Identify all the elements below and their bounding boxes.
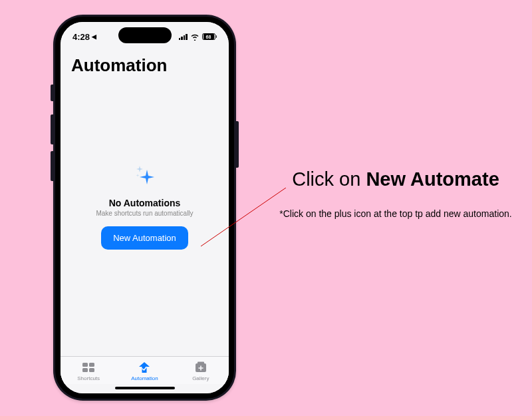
- sparkle-icon: [131, 162, 159, 190]
- svg-line-8: [201, 188, 286, 246]
- tab-shortcuts[interactable]: Shortcuts: [61, 361, 116, 381]
- instruction-bold: New Automate: [366, 168, 499, 190]
- svg-rect-1: [89, 363, 94, 367]
- cellular-signal-icon: [179, 33, 188, 40]
- home-indicator: [115, 387, 175, 389]
- tab-gallery-label: Gallery: [192, 375, 209, 381]
- dynamic-island: [118, 27, 172, 43]
- volume-up-button: [51, 114, 53, 144]
- power-button: [236, 121, 239, 168]
- status-left: 4:28 ◀: [72, 32, 96, 42]
- instruction-prefix: Click on: [292, 168, 366, 190]
- instruction-title: Click on New Automate: [279, 166, 512, 192]
- wifi-icon: [190, 33, 200, 41]
- volume-down-button: [51, 151, 53, 181]
- automation-icon: [137, 361, 152, 374]
- svg-rect-2: [82, 368, 88, 372]
- callout-line: [200, 188, 286, 248]
- instruction-panel: Click on New Automate *Click on the plus…: [279, 166, 512, 220]
- instruction-note: *Click on the plus icon at the top tp ad…: [279, 207, 512, 220]
- mute-switch: [51, 85, 53, 101]
- svg-rect-3: [89, 368, 94, 372]
- battery-icon: 68: [202, 33, 217, 40]
- page-title: Automation: [61, 46, 229, 81]
- gallery-icon: [194, 361, 208, 374]
- location-indicator-icon: ◀: [92, 33, 96, 40]
- status-right: 68: [179, 33, 217, 41]
- new-automation-button[interactable]: New Automation: [101, 226, 188, 250]
- svg-rect-5: [198, 362, 204, 364]
- empty-state-subtitle: Make shortcuts run automatically: [96, 210, 193, 217]
- shortcuts-icon: [81, 361, 96, 374]
- tab-gallery[interactable]: Gallery: [173, 361, 229, 381]
- empty-state-title: No Automations: [109, 198, 181, 208]
- tab-automation-label: Automation: [131, 375, 158, 381]
- tab-shortcuts-label: Shortcuts: [77, 375, 100, 381]
- tab-bar: Shortcuts Automation Gallery: [61, 356, 229, 384]
- status-time: 4:28: [72, 32, 90, 42]
- svg-rect-0: [82, 363, 88, 367]
- battery-percent: 68: [203, 34, 214, 39]
- tab-automation[interactable]: Automation: [116, 361, 172, 381]
